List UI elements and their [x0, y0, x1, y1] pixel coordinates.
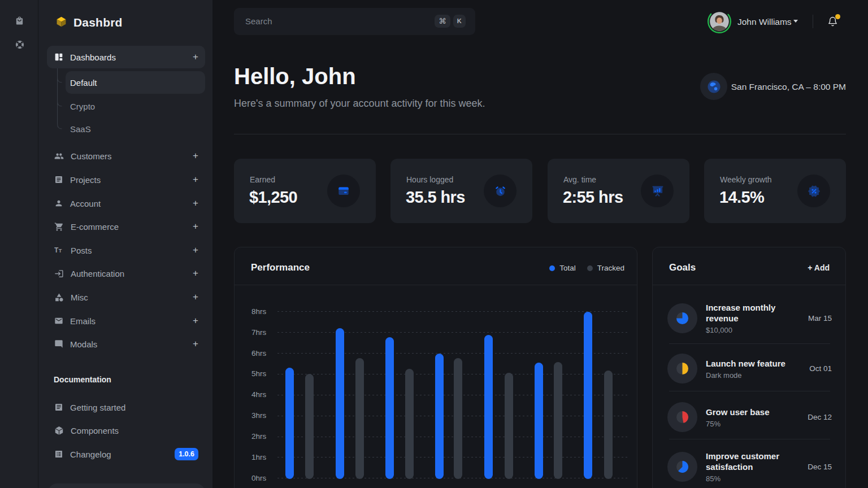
- svg-text:T: T: [59, 248, 62, 254]
- svg-text:T: T: [54, 246, 59, 254]
